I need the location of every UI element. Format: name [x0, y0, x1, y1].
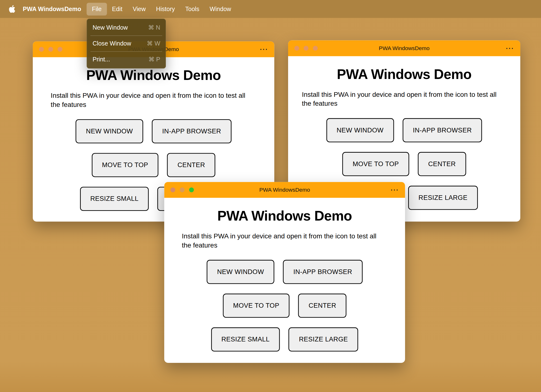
file-dropdown-menu: New Window ⌘ N Close Window ⌘ W Print...… — [87, 19, 166, 69]
menu-item-label: Close Window — [93, 40, 131, 47]
close-button[interactable] — [39, 47, 44, 52]
page-title: PWA Windows Demo — [302, 66, 507, 82]
menu-window[interactable]: Window — [204, 3, 236, 15]
move-to-top-button[interactable]: MOVE TO TOP — [92, 153, 158, 177]
overflow-menu-icon[interactable]: ⋯ — [259, 45, 268, 53]
center-button[interactable]: CENTER — [418, 152, 466, 176]
menu-item-print[interactable]: Print... ⌘ P — [87, 52, 166, 67]
traffic-lights — [39, 47, 62, 52]
minimize-button[interactable] — [180, 188, 185, 192]
page-title: PWA Windows Demo — [178, 208, 391, 223]
zoom-button[interactable] — [313, 46, 318, 51]
menu-tools[interactable]: Tools — [180, 3, 204, 15]
button-grid: NEW WINDOW IN-APP BROWSER MOVE TO TOP CE… — [178, 260, 391, 352]
menu-item-label: Print... — [93, 56, 110, 63]
menu-view[interactable]: View — [128, 3, 151, 15]
new-window-button[interactable]: NEW WINDOW — [207, 260, 274, 284]
apple-menu-icon[interactable] — [9, 5, 15, 13]
menu-item-shortcut: ⌘ W — [147, 40, 160, 47]
in-app-browser-button[interactable]: IN-APP BROWSER — [283, 260, 363, 284]
page-title: PWA Windows Demo — [47, 67, 260, 83]
traffic-lights — [294, 46, 318, 51]
menu-bar: PWA WindowsDemo File New Window ⌘ N Clos… — [0, 0, 541, 18]
zoom-button[interactable] — [189, 188, 194, 192]
move-to-top-button[interactable]: MOVE TO TOP — [223, 294, 290, 318]
resize-small-button[interactable]: RESIZE SMALL — [211, 327, 280, 352]
overflow-menu-icon[interactable]: ⋯ — [506, 44, 514, 52]
minimize-button[interactable] — [48, 47, 53, 52]
menu-separator — [90, 35, 162, 36]
new-window-button[interactable]: NEW WINDOW — [326, 118, 394, 143]
in-app-browser-button[interactable]: IN-APP BROWSER — [152, 119, 231, 144]
menu-item-label: New Window — [93, 24, 128, 31]
pwa-window-3: PWA WindowsDemo ⋯ PWA Windows Demo Insta… — [164, 182, 405, 363]
in-app-browser-button[interactable]: IN-APP BROWSER — [403, 118, 482, 143]
menu-app-name[interactable]: PWA WindowsDemo — [23, 5, 81, 13]
traffic-lights — [170, 188, 194, 192]
menu-item-shortcut: ⌘ P — [149, 56, 160, 63]
menu-edit[interactable]: Edit — [107, 3, 128, 15]
resize-small-button[interactable]: RESIZE SMALL — [80, 187, 149, 211]
minimize-button[interactable] — [304, 46, 308, 51]
page-description: Install this PWA in your device and open… — [302, 90, 507, 108]
new-window-button[interactable]: NEW WINDOW — [76, 119, 143, 144]
close-button[interactable] — [170, 188, 175, 192]
overflow-menu-icon[interactable]: ⋯ — [390, 186, 399, 194]
desktop: PWA WindowsDemo File New Window ⌘ N Clos… — [0, 0, 541, 392]
close-button[interactable] — [294, 46, 299, 51]
menu-separator — [90, 51, 162, 52]
resize-large-button[interactable]: RESIZE LARGE — [289, 327, 358, 352]
window-titlebar[interactable]: PWA WindowsDemo ⋯ — [164, 182, 405, 198]
menu-file[interactable]: File New Window ⌘ N Close Window ⌘ W Pri… — [87, 3, 107, 15]
menu-item-shortcut: ⌘ N — [148, 24, 160, 31]
center-button[interactable]: CENTER — [167, 153, 215, 177]
window-title: PWA WindowsDemo — [164, 187, 405, 193]
window-content: PWA Windows Demo Install this PWA in you… — [164, 198, 405, 352]
page-description: Install this PWA in your device and open… — [51, 91, 256, 109]
page-description: Install this PWA in your device and open… — [182, 232, 387, 250]
window-titlebar[interactable]: PWA WindowsDemo ⋯ — [288, 40, 520, 56]
window-title: PWA WindowsDemo — [288, 45, 520, 51]
move-to-top-button[interactable]: MOVE TO TOP — [342, 152, 409, 176]
center-button[interactable]: CENTER — [298, 294, 346, 318]
zoom-button[interactable] — [58, 47, 62, 52]
menu-item-close-window[interactable]: Close Window ⌘ W — [87, 36, 166, 51]
resize-large-button[interactable]: RESIZE LARGE — [408, 186, 478, 210]
menu-item-new-window[interactable]: New Window ⌘ N — [87, 20, 166, 35]
menu-history[interactable]: History — [151, 3, 180, 15]
menu-file-label: File — [92, 5, 101, 12]
